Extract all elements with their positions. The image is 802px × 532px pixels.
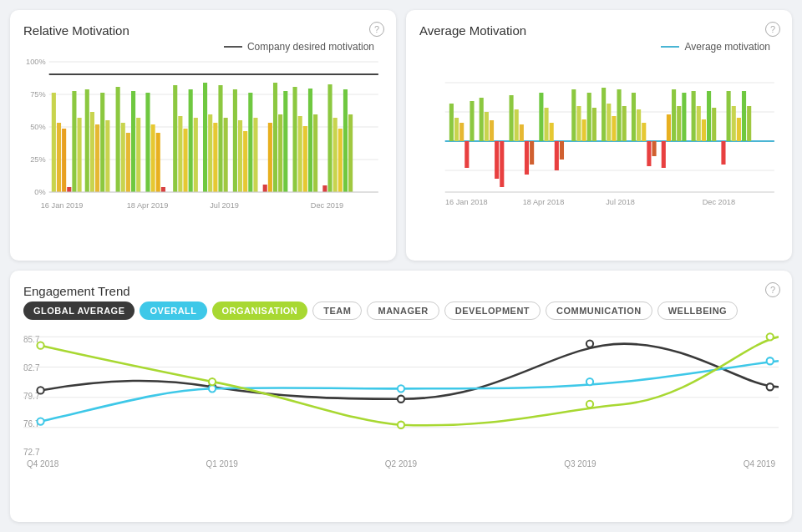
filter-manager[interactable]: MANAGER (367, 301, 439, 320)
svg-text:Dec 2019: Dec 2019 (311, 201, 343, 210)
svg-rect-90 (555, 141, 559, 170)
svg-text:18 Apr 2018: 18 Apr 2018 (523, 198, 565, 206)
svg-rect-36 (178, 116, 182, 192)
svg-rect-19 (72, 91, 76, 192)
average-motivation-svg: 16 Jan 2018 18 Apr 2018 Jul 2018 Dec 201… (419, 58, 779, 220)
svg-rect-110 (677, 106, 681, 141)
svg-rect-79 (490, 120, 494, 141)
svg-rect-93 (576, 106, 581, 141)
svg-rect-95 (587, 93, 591, 141)
svg-rect-76 (470, 101, 474, 141)
svg-rect-18 (67, 187, 71, 192)
svg-rect-117 (721, 141, 725, 165)
engagement-trend-help-icon[interactable]: ? (765, 282, 780, 297)
svg-point-142 (37, 342, 43, 349)
svg-rect-40 (203, 83, 207, 192)
svg-point-132 (37, 387, 43, 393)
svg-rect-113 (697, 106, 701, 141)
svg-rect-82 (510, 95, 514, 141)
svg-rect-41 (208, 114, 212, 192)
filter-wellbeing[interactable]: WELLBEING (657, 301, 739, 320)
svg-text:18 Apr 2019: 18 Apr 2019 (127, 201, 169, 210)
svg-rect-35 (173, 85, 177, 192)
svg-rect-77 (480, 98, 484, 141)
svg-point-144 (398, 422, 404, 428)
svg-rect-22 (90, 112, 94, 192)
relative-motivation-help-icon[interactable]: ? (369, 22, 384, 37)
legend-label: Company desired motivation (247, 41, 374, 53)
svg-text:50%: 50% (30, 123, 45, 131)
svg-rect-17 (62, 129, 66, 192)
svg-rect-42 (213, 123, 217, 192)
svg-rect-91 (560, 141, 564, 160)
svg-rect-52 (273, 83, 277, 192)
svg-point-143 (209, 378, 216, 385)
relative-motivation-title: Relative Motivation (23, 23, 383, 38)
svg-rect-120 (737, 118, 741, 141)
svg-rect-80 (495, 141, 499, 179)
svg-rect-23 (95, 124, 99, 192)
svg-rect-103 (637, 109, 641, 141)
svg-rect-63 (338, 129, 343, 192)
svg-rect-60 (322, 185, 327, 192)
filter-team[interactable]: TEAM (312, 301, 362, 320)
average-motivation-card: Average Motivation ? Average motivation (406, 10, 792, 261)
svg-rect-51 (268, 123, 272, 192)
svg-text:0%: 0% (34, 188, 45, 196)
filter-overall[interactable]: OVERALL (140, 301, 206, 320)
svg-point-134 (398, 396, 404, 403)
relative-motivation-legend: Company desired motivation (23, 41, 383, 53)
svg-text:100%: 100% (26, 58, 46, 66)
engagement-trend-title: Engagement Trend (23, 284, 779, 298)
filter-communication[interactable]: COMMUNICATION (546, 301, 652, 320)
svg-rect-54 (283, 91, 287, 192)
svg-rect-25 (105, 120, 109, 192)
svg-text:Jul 2018: Jul 2018 (606, 198, 635, 206)
svg-rect-100 (617, 89, 622, 141)
svg-rect-115 (707, 91, 711, 141)
svg-rect-58 (308, 89, 312, 192)
average-motivation-chart: 16 Jan 2018 18 Apr 2018 Jul 2018 Dec 201… (419, 58, 779, 220)
svg-point-139 (398, 385, 404, 392)
svg-rect-57 (303, 126, 307, 192)
svg-rect-16 (57, 123, 61, 192)
svg-rect-74 (459, 123, 464, 141)
svg-rect-86 (530, 141, 534, 165)
filter-global-average[interactable]: GLOBAL AVERAGE (23, 301, 135, 320)
svg-rect-73 (454, 118, 459, 141)
svg-rect-46 (238, 120, 242, 192)
svg-rect-50 (263, 185, 267, 192)
svg-rect-65 (348, 114, 353, 192)
filter-organisation[interactable]: ORGANISATION (212, 301, 308, 320)
svg-rect-109 (672, 89, 676, 141)
svg-rect-118 (727, 91, 731, 141)
svg-rect-39 (194, 118, 198, 192)
svg-rect-99 (612, 116, 616, 141)
filter-development[interactable]: DEVELOPMENT (444, 301, 541, 320)
svg-text:16 Jan 2018: 16 Jan 2018 (445, 198, 488, 206)
engagement-trend-card: Engagement Trend ? GLOBAL AVERAGE OVERAL… (10, 271, 792, 522)
svg-point-146 (767, 333, 774, 340)
svg-rect-88 (544, 108, 548, 141)
svg-text:Dec 2018: Dec 2018 (703, 198, 735, 206)
legend-line-icon (224, 46, 242, 48)
svg-rect-21 (85, 89, 89, 192)
svg-rect-111 (682, 93, 686, 141)
svg-rect-24 (100, 93, 104, 192)
svg-rect-104 (642, 123, 646, 141)
svg-rect-37 (183, 129, 187, 192)
dashboard: Relative Motivation ? Company desired mo… (0, 0, 802, 532)
svg-rect-44 (224, 118, 228, 192)
svg-rect-98 (607, 104, 611, 141)
svg-rect-33 (156, 133, 160, 192)
filter-tags: GLOBAL AVERAGE OVERALL ORGANISATION TEAM… (23, 301, 779, 320)
svg-rect-85 (525, 141, 529, 175)
svg-rect-59 (313, 114, 317, 192)
average-motivation-legend: Average motivation (419, 41, 779, 53)
trend-chart (23, 328, 779, 458)
svg-rect-55 (293, 87, 297, 192)
svg-rect-106 (652, 141, 656, 156)
svg-rect-27 (121, 123, 125, 192)
svg-point-137 (37, 418, 43, 424)
average-motivation-help-icon[interactable]: ? (765, 22, 780, 37)
